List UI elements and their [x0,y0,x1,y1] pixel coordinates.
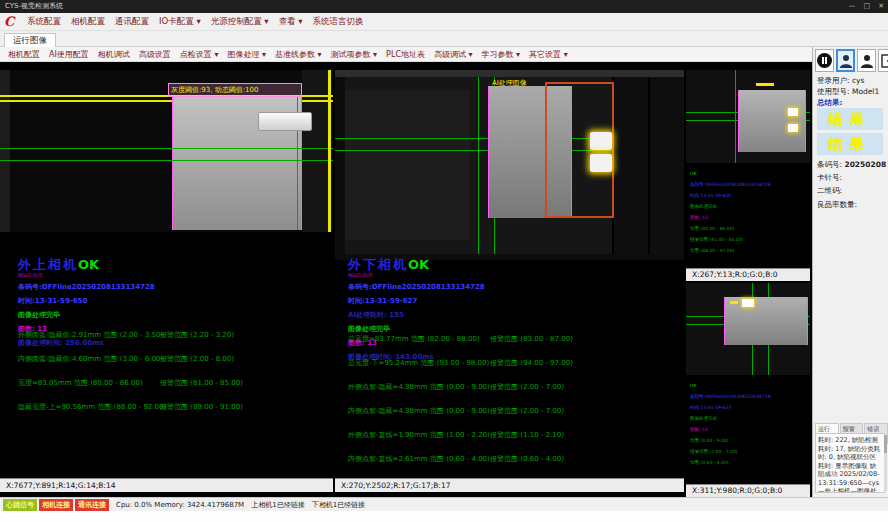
machine-seam [648,77,650,254]
mid-camera-status: OK [408,257,429,272]
operator-login-button[interactable] [836,49,855,72]
measure-line-green2 [0,160,333,161]
measure-line-green-v1 [478,77,479,254]
status-badge: 相机连接 [39,499,73,511]
window-controls: —□✕ [849,0,885,13]
machine-panel [345,90,470,240]
minimize-button[interactable]: — [849,0,856,13]
toolbar-item[interactable]: 学习参数 ▾ [482,49,521,60]
toolbar-item[interactable]: 相机配置 [8,49,40,60]
result-banner-1: 结果 [817,108,883,130]
status-badge: 通讯连接 [75,499,109,511]
user-icon [840,54,852,68]
measurement-value: 外侧点胶-直线=1.90mm 范围:(1.00 - 2.20) [348,430,490,440]
threshold-label: 灰度阈值:93, 动态阈值:100 [168,83,302,97]
measurement-alarm-range: 报警范围:(2.00 - 7.00) [490,382,564,392]
toolbar-item[interactable]: 其它设置 ▾ [529,49,568,60]
model-row: 使用型号: Model1 [817,87,879,97]
measure-line-green-v [735,70,736,163]
measurement-alarm-range: 报警范围:(2.20 - 3.20) [160,330,234,340]
thumb-result-line: 图像处理完毕 [690,413,808,424]
thumb-result-line: 图数: 13 [690,212,808,223]
bottom-camera-link-status: 下相机1已经链接 [312,500,365,510]
model-label: 使用型号: [817,87,850,96]
mid-barcode: 条码号:OFFline20250208133134728 [348,282,648,292]
close-button[interactable]: ✕ [878,0,884,13]
toolbar-item[interactable]: 点检设置 ▾ [180,49,219,60]
pause-button[interactable] [815,49,834,72]
thumb-result-line: 范围:(88.00 - 92.00) [690,245,808,256]
measurement-value: 总宽度=83.77mm 范围:(82.00 - 88.00) [348,334,490,344]
inspected-part [738,90,806,152]
menu-item[interactable]: 查看 ▾ [279,16,303,28]
config-toolbar: 相机配置AI使用配置相机调试高级设置点检设置 ▾图像处理 ▾基准线参数 ▾测试项… [0,47,812,62]
measurement-value: 隐藏宽度-上=90.56mm 范围:(88.00 - 92.00) [18,402,160,412]
log-scrollbar[interactable] [884,435,887,491]
tab-run-image[interactable]: 运行图像 [4,33,56,47]
toolbar-item[interactable]: 高级调试 ▾ [434,49,473,60]
thumb-top-coords-bar: X:267;Y:13;R:0;G:0;B:0 [686,268,810,281]
divider-yellow-line [328,70,331,232]
menu-item[interactable]: 相机配置 [71,16,105,28]
thumb-result-line: 图像处理完毕 [690,201,808,212]
measurement-alarm-range: 报警范围:(2.00 - 7.00) [490,406,564,416]
toolbar-item[interactable]: 图像处理 ▾ [227,49,266,60]
mid-time: 时间:13-31-59-627 [348,296,648,306]
menu-item[interactable]: 光源控制配置 ▾ [211,16,269,28]
measurement-alarm-range: 报警范围:(2.00 - 8.00) [160,354,234,364]
left-measurement-row: 隐藏宽度-上=90.56mm 范围:(88.00 - 92.00)报警范围:(8… [18,402,328,412]
mid-camera-name: 外下相机 [348,257,408,272]
mid-measurement-row: 总宽度-下=95.24mm 范围:(93.00 - 98.00)报警范围:(94… [348,358,678,368]
toolbar-item[interactable]: AI使用配置 [49,49,89,60]
thumb-bottom-image[interactable] [686,283,810,375]
mid-coords-bar: X:270;Y:2502;R:17;G:17;B:17 [335,478,684,492]
control-panel: 登录用户: cys 使用型号: Model1 总结果: 结果 结果 条码号: 2… [812,47,888,497]
toolbar-item[interactable]: 测试项参数 ▾ [331,49,378,60]
ai-image-label: AI处理图像 [492,78,527,88]
measurement-value: 总宽度-下=95.24mm 范围:(93.00 - 98.00) [348,358,490,368]
thumb-result-line: 范围:(0.60 - 4.00) [690,457,808,468]
app-window: CYS-视觉检测系统 —□✕ C 系统配置相机配置通讯配置IO卡配置 ▾光源控制… [0,0,888,522]
thumb-top-result-lines: OK条码号:OFFline20250208133134728时间:13-31-5… [690,168,808,256]
qr-label: 二维码: [817,186,842,196]
menu-items: 系统配置相机配置通讯配置IO卡配置 ▾光源控制配置 ▾查看 ▾系统语言切换 [27,16,364,28]
measurement-value: 内侧圆弧-隐藏值:4.60mm 范围:(3.00 - 6.00) [18,354,160,364]
menu-item[interactable]: 通讯配置 [115,16,149,28]
left-done: 图像处理完毕 [18,310,318,320]
menu-item[interactable]: IO卡配置 ▾ [159,16,201,28]
mid-camera-image[interactable]: AI处理图像 [335,70,684,260]
toolbar-item[interactable]: 基准线参数 ▾ [275,49,322,60]
status-badge: 心跳信号 [3,499,37,511]
left-measurement-row: 外侧圆弧-隐藏值:2.91mm 范围:(2.00 - 3.50)报警范围:(2.… [18,330,328,340]
admin-login-button[interactable] [857,49,876,72]
measurement-value: 内侧点胶-隐藏=4.38mm 范围:(0.00 - 9.00) [348,406,490,416]
log-scrollbar-thumb[interactable] [884,435,887,453]
barcode-row: 条码号: 20250208 [817,160,886,170]
menu-item[interactable]: 系统语言切换 [313,16,364,28]
thumb-result-line: 条码号:OFFline20250208133134728 [690,391,808,402]
measurement-value: 外侧点胶-隐藏=4.38mm 范围:(0.00 - 9.00) [348,382,490,392]
main-area: 灰度阈值:93, 动态阈值:100 外上相机OK NG(0:0)/0 条码号:O… [0,62,888,497]
left-coords-bar: X:7677;Y:891;R:14;G:14;B:14 [0,478,333,492]
exit-door-icon [881,54,888,68]
mid-measurements: 总宽度=83.77mm 范围:(82.00 - 88.00)报警范围:(83.0… [348,334,678,478]
top-camera-link-status: 上相机1已经链接 [251,500,304,510]
tiny-label-mark [730,301,738,304]
thumb-top-image[interactable] [686,70,810,163]
thumb-bottom-coords-bar: X:311;Y:980;R:0;G:0;B:0 [686,484,810,497]
measurement-alarm-range: 报警范围:(83.00 - 87.00) [490,334,573,344]
left-camera-image[interactable]: 灰度阈值:93, 动态阈值:100 [0,70,333,232]
status-badges: 心跳信号相机连接通讯连接 [3,499,109,511]
result-banner-2: 结果 [817,133,883,155]
toolbar-item[interactable]: 相机调试 [98,49,130,60]
log-area[interactable]: 耗时: 222, 缺陷检测耗时: 17, 缺陷分类耗时: 0, 缺陷视联分区耗时… [815,433,885,493]
mid-ng-note: NG(0:0)/0 [348,272,648,278]
mid-measurement-row: 总宽度=83.77mm 范围:(82.00 - 88.00)报警范围:(83.0… [348,334,678,344]
toolbar-item[interactable]: PLC地址表 [386,49,425,60]
toolbar-item[interactable]: 高级设置 [139,49,171,60]
menu-item[interactable]: 系统配置 [27,16,61,28]
exit-button[interactable] [878,49,888,72]
maximize-button[interactable]: □ [864,0,871,13]
model-value[interactable]: Model1 [852,87,879,96]
connector-part [258,112,312,131]
